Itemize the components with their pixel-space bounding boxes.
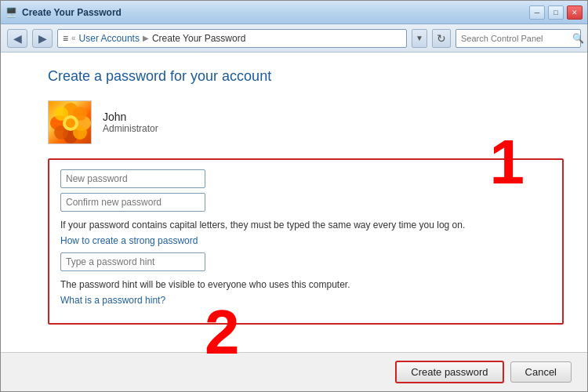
- user-avatar: [48, 100, 92, 144]
- forward-button[interactable]: ▶: [32, 29, 53, 48]
- address-dropdown-button[interactable]: ▼: [412, 29, 427, 48]
- back-button[interactable]: ◀: [7, 29, 27, 48]
- capital-letters-warning: If your password contains capital letter…: [60, 218, 515, 232]
- title-bar: 🖥️ Create Your Password ─ □ ✕: [1, 1, 587, 24]
- maximize-button[interactable]: □: [548, 5, 564, 20]
- svg-point-9: [66, 118, 75, 128]
- window-icon: 🖥️: [5, 7, 17, 18]
- window: 🖥️ Create Your Password ─ □ ✕ ◀ ▶ ≡ « Us…: [0, 0, 588, 392]
- password-form-section: If your password contains capital letter…: [48, 158, 564, 325]
- user-section: John Administrator: [48, 100, 564, 144]
- cancel-button[interactable]: Cancel: [510, 361, 572, 383]
- create-password-button[interactable]: Create password: [395, 361, 503, 383]
- new-password-input[interactable]: [60, 169, 205, 188]
- breadcrumb-user-accounts[interactable]: User Accounts: [79, 33, 140, 44]
- hint-warning: The password hint will be visible to eve…: [60, 278, 515, 292]
- address-bar: ◀ ▶ ≡ « User Accounts ▶ Create Your Pass…: [1, 24, 587, 53]
- search-input[interactable]: [461, 34, 569, 43]
- user-info: John Administrator: [103, 111, 158, 134]
- confirm-password-input[interactable]: [60, 193, 205, 212]
- search-icon[interactable]: 🔍: [572, 33, 584, 44]
- breadcrumb: ≡ « User Accounts ▶ Create Your Password: [57, 29, 407, 48]
- annotation-number-1: 1: [490, 131, 525, 194]
- content-area: Create a password for your account: [1, 53, 587, 352]
- footer-area: Create password Cancel: [1, 352, 587, 391]
- strong-password-link[interactable]: How to create a strong password: [60, 235, 198, 246]
- hint-info-link[interactable]: What is a password hint?: [60, 295, 165, 306]
- window-controls: ─ □ ✕: [529, 5, 583, 20]
- title-bar-left: 🖥️ Create Your Password: [5, 7, 122, 18]
- breadcrumb-separator-0: «: [71, 34, 76, 42]
- minimize-button[interactable]: ─: [529, 5, 545, 20]
- avatar-svg: [49, 101, 92, 144]
- breadcrumb-arrow-1: ▶: [143, 34, 149, 42]
- window-title: Create Your Password: [22, 7, 122, 18]
- hint-section: The password hint will be visible to eve…: [60, 252, 551, 306]
- password-hint-input[interactable]: [60, 252, 205, 271]
- user-name: John: [103, 111, 158, 123]
- page-title: Create a password for your account: [48, 68, 564, 85]
- avatar-image: [49, 101, 92, 144]
- breadcrumb-icon: ≡: [63, 33, 68, 44]
- annotation-number-2: 2: [205, 301, 240, 364]
- close-button[interactable]: ✕: [567, 5, 583, 20]
- breadcrumb-current: Create Your Password: [152, 33, 245, 44]
- refresh-button[interactable]: ↻: [432, 29, 451, 48]
- user-role: Administrator: [103, 123, 158, 134]
- search-box: 🔍: [456, 29, 581, 48]
